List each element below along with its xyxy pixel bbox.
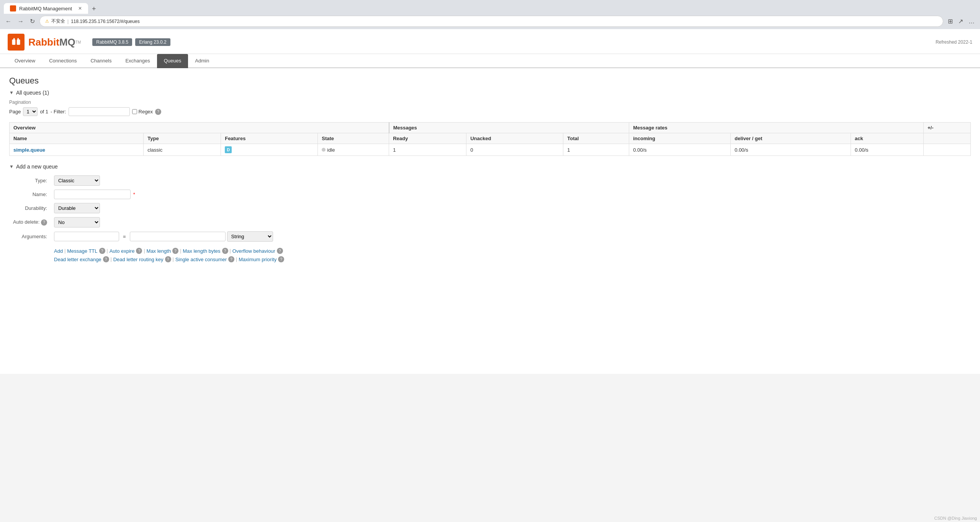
filter-input[interactable] [69,107,130,116]
max-length-bytes-link[interactable]: Max length bytes [183,248,220,254]
max-length-bytes-help[interactable]: ? [222,248,228,254]
table-row: simple.queue classic D idle 1 0 1 [10,144,971,156]
add-label-empty [9,244,50,264]
auto-delete-help-icon[interactable]: ? [41,219,47,226]
table-plus-minus[interactable]: +/- [923,123,970,133]
back-button[interactable]: ← [4,16,13,26]
form-row-auto-delete: Auto delete: ? No Yes [9,215,288,229]
arguments-key-input[interactable] [54,232,119,241]
add-queue-section-header[interactable]: ▼ Add a new queue [9,164,971,170]
form-row-durability: Durability: Durable Transient [9,201,288,215]
nav-admin[interactable]: Admin [188,54,216,68]
form-row-type: Type: Classic Quorum [9,173,288,188]
name-label: Name: [9,188,50,201]
url-separator: | [67,19,69,24]
arguments-inputs: = String Number Boolean [54,231,284,242]
queue-ready-cell: 1 [389,144,466,156]
refreshed-text: Refreshed 2022-1 [936,39,972,45]
queue-unacked-cell: 0 [466,144,563,156]
message-ttl-help[interactable]: ? [99,248,105,254]
auto-delete-label-text: Auto delete: [13,219,39,225]
add-queue-title: Add a new queue [16,164,58,170]
message-ttl-link[interactable]: Message TTL [67,248,97,254]
forward-button[interactable]: → [16,16,25,26]
form-row-arguments: Arguments: = String Number Boolean [9,229,288,244]
queue-extra-cell [923,144,970,156]
auto-expire-help[interactable]: ? [136,248,142,254]
regex-checkbox[interactable] [132,109,137,114]
plus-minus-label: +/- [928,125,934,131]
browser-tab[interactable]: RabbitMQ Management ✕ [4,3,88,14]
pipe-7: | [236,257,237,262]
page-label: Page [9,109,21,115]
tab-favicon [10,5,16,11]
nav-exchanges[interactable]: Exchanges [118,54,157,68]
add-link[interactable]: Add [54,248,63,254]
col-header-name: Name [10,133,144,144]
regex-label[interactable]: Regex [132,109,153,115]
tab-close-button[interactable]: ✕ [78,6,82,11]
url-prefix: 不安全 [51,18,65,25]
tab-row: RabbitMQ Management ✕ + [0,0,980,14]
overflow-behaviour-link[interactable]: Overflow behaviour [232,248,275,254]
col-header-ack: ack [851,133,924,144]
durability-label: Durability: [9,201,50,215]
nav-overview[interactable]: Overview [8,54,42,68]
single-active-consumer-link[interactable]: Single active consumer [175,257,227,262]
nav-queues[interactable]: Queues [157,54,188,68]
pagination-section: Pagination Page 1 of 1 - Filter: Regex ? [9,100,971,116]
max-length-help[interactable]: ? [172,248,178,254]
content-area: Queues ▼ All queues (1) Pagination Page … [0,68,980,272]
pipe-6: | [173,257,174,262]
arguments-eq: = [121,234,128,239]
type-select[interactable]: Classic Quorum [54,175,100,186]
queue-name-input[interactable] [54,190,131,199]
pipe-3: | [180,248,181,254]
name-input-cell: * [50,188,288,201]
pipe-2: | [144,248,145,254]
max-length-link[interactable]: Max length [147,248,171,254]
arguments-type-select[interactable]: String Number Boolean [227,231,273,242]
address-box[interactable]: ⚠ 不安全 | 118.195.235.176:15672/#/queues [39,16,943,27]
dead-letter-exchange-help[interactable]: ? [103,256,109,262]
page-select[interactable]: 1 [23,107,38,116]
auto-expire-link[interactable]: Auto expire [110,248,135,254]
page: RabbitMQTM RabbitMQ 3.8.5 Erlang 23.0.2 … [0,29,980,374]
add-button-cell: Add | Message TTL ? | Auto expire ? | Ma… [50,244,288,264]
table-messages-header: Messages [389,123,629,133]
dead-letter-routing-key-help[interactable]: ? [165,256,171,262]
translate-button[interactable]: ⊞ [946,17,954,26]
col-header-unacked: Unacked [466,133,563,144]
type-label: Type: [9,173,50,188]
state-label: idle [327,147,335,153]
arguments-input-cell: = String Number Boolean [50,229,288,244]
regex-help-icon[interactable]: ? [155,109,161,115]
table-overview-header: Overview [10,123,389,133]
more-button[interactable]: … [967,17,976,26]
dead-letter-exchange-link[interactable]: Dead letter exchange [54,257,101,262]
pipe-0: | [64,248,65,254]
queue-name-link[interactable]: simple.queue [13,147,45,153]
single-active-consumer-help[interactable]: ? [228,256,234,262]
durability-select[interactable]: Durable Transient [54,203,100,213]
logo-text: RabbitMQTM [28,36,81,48]
form-row-name: Name: * [9,188,288,201]
maximum-priority-help[interactable]: ? [278,256,284,262]
share-button[interactable]: ↗ [957,17,965,26]
arguments-value-input[interactable] [130,232,226,241]
logo-mq: MQ [59,36,75,48]
arguments-label: Arguments: [9,229,50,244]
new-tab-button[interactable]: + [90,4,98,14]
url-text: 118.195.235.176:15672/#/queues [71,19,140,24]
nav-connections[interactable]: Connections [42,54,83,68]
maximum-priority-link[interactable]: Maximum priority [239,257,276,262]
col-header-deliver-get: deliver / get [731,133,851,144]
col-header-state: State [318,133,389,144]
auto-delete-select[interactable]: No Yes [54,217,100,227]
all-queues-section-header[interactable]: ▼ All queues (1) [9,90,971,96]
dead-letter-routing-key-link[interactable]: Dead letter routing key [113,257,164,262]
auto-delete-input-cell: No Yes [50,215,288,229]
nav-channels[interactable]: Channels [83,54,118,68]
reload-button[interactable]: ↻ [28,16,36,26]
overflow-behaviour-help[interactable]: ? [277,248,283,254]
